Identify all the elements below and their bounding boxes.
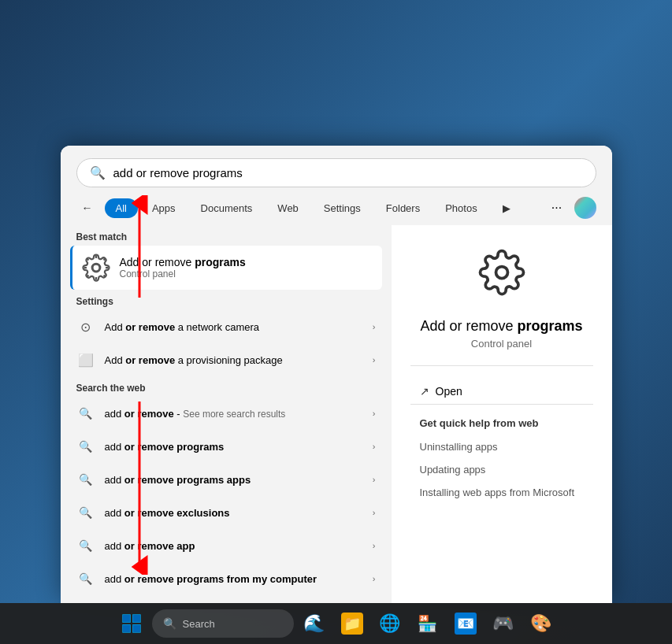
- open-icon: ↗: [420, 385, 429, 398]
- open-button[interactable]: ↗ Open: [410, 379, 593, 404]
- tab-more-arrow[interactable]: ▶: [492, 198, 522, 218]
- web-item-see-more[interactable]: 🔍 add or remove - See more search result…: [61, 397, 392, 430]
- web-item-app[interactable]: 🔍 add or remove app ›: [61, 529, 392, 562]
- web-item-programs-from-computer[interactable]: 🔍 add or remove programs from my compute…: [61, 562, 392, 595]
- quick-help-title: Get quick help from web: [410, 417, 593, 429]
- svg-rect-12: [132, 615, 139, 622]
- xbox-icon: 🎮: [492, 613, 514, 635]
- web-item-exclusions-text: add or remove exclusions: [105, 507, 363, 519]
- tab-folders[interactable]: Folders: [375, 198, 431, 218]
- more-options-button[interactable]: ···: [546, 197, 568, 219]
- search-panel: 🔍 ← All Apps Documents Web Settings Fold…: [61, 146, 612, 603]
- best-match-text: Add or remove programs Control panel: [120, 256, 246, 279]
- web-item-programs-apps[interactable]: 🔍 add or remove programs apps ›: [61, 463, 392, 496]
- right-panel-divider: [410, 365, 593, 366]
- camera-icon: ⊙: [76, 317, 95, 336]
- right-panel: Add or remove programs Control panel ↗ O…: [392, 225, 612, 603]
- taskbar-search-icon: 🔍: [163, 617, 176, 630]
- right-panel-title: Add or remove programs: [420, 318, 582, 335]
- taskbar-app-paint[interactable]: 🎨: [524, 606, 559, 641]
- mail-icon: 📧: [455, 613, 477, 635]
- taskbar-app-xbox[interactable]: 🎮: [486, 606, 521, 641]
- best-match-label: Best match: [61, 225, 392, 246]
- quick-help-updating[interactable]: Updating apps: [410, 458, 593, 481]
- web-item-exclusions[interactable]: 🔍 add or remove exclusions ›: [61, 496, 392, 529]
- bing-icon[interactable]: [574, 197, 596, 219]
- right-gear-icon: [478, 249, 525, 305]
- chevron-icon-3: ›: [373, 409, 376, 418]
- edge-icon: 🌐: [379, 613, 401, 635]
- files-icon: 📁: [341, 613, 363, 635]
- best-match-title: Add or remove programs: [120, 256, 246, 268]
- chevron-icon-5: ›: [373, 475, 376, 484]
- taskbar-search[interactable]: 🔍 Search: [152, 609, 294, 638]
- best-match-subtitle: Control panel: [120, 268, 246, 279]
- taskbar-app-store[interactable]: 🏪: [410, 606, 445, 641]
- web-section-label: Search the web: [61, 376, 392, 397]
- web-item-programs[interactable]: 🔍 add or remove programs ›: [61, 430, 392, 463]
- start-button[interactable]: [114, 606, 149, 641]
- web-item-app-text: add or remove app: [105, 540, 363, 552]
- svg-point-1: [92, 265, 99, 272]
- tab-photos[interactable]: Photos: [434, 198, 488, 218]
- taskbar-center: 🔍 Search 🌊 📁 🌐 🏪 📧 🎮 🎨: [114, 606, 559, 641]
- right-panel-divider-2: [410, 404, 593, 405]
- paint-icon: 🎨: [530, 613, 552, 635]
- web-item-programs-from-computer-text: add or remove programs from my computer: [105, 573, 363, 585]
- search-input-container: 🔍: [61, 146, 612, 194]
- taskbar: 🔍 Search 🌊 📁 🌐 🏪 📧 🎮 🎨: [0, 603, 672, 644]
- taskbar-app-mail[interactable]: 📧: [448, 606, 483, 641]
- taskbar-app-files[interactable]: 📁: [335, 606, 369, 641]
- search-icon-web-5: 🔍: [76, 536, 95, 555]
- store-icon: 🏪: [417, 613, 439, 635]
- tab-web[interactable]: Web: [266, 198, 310, 218]
- best-match-item[interactable]: Add or remove programs Control panel: [70, 246, 382, 290]
- search-icon-web-6: 🔍: [76, 569, 95, 588]
- right-panel-subtitle: Control panel: [471, 338, 532, 350]
- surf-icon: 🌊: [303, 613, 325, 635]
- taskbar-app-surf[interactable]: 🌊: [297, 606, 332, 641]
- quick-help-installing-web[interactable]: Installing web apps from Microsoft: [410, 481, 593, 504]
- chevron-icon-8: ›: [373, 574, 376, 583]
- web-item-programs-text: add or remove programs: [105, 441, 363, 453]
- svg-rect-11: [122, 615, 129, 622]
- chevron-icon-2: ›: [373, 355, 376, 365]
- search-icon-web-4: 🔍: [76, 503, 95, 522]
- chevron-icon: ›: [373, 322, 376, 331]
- search-input[interactable]: [113, 166, 583, 180]
- chevron-icon-4: ›: [373, 442, 376, 451]
- search-icon-web-3: 🔍: [76, 470, 95, 489]
- filter-tabs: ← All Apps Documents Web Settings Folder…: [61, 194, 612, 225]
- search-icon: 🔍: [90, 165, 106, 180]
- web-item-see-more-text: add or remove - See more search results: [105, 408, 363, 420]
- package-icon: ⬜: [76, 350, 95, 369]
- open-label: Open: [436, 385, 462, 398]
- search-input-box[interactable]: 🔍: [76, 158, 596, 187]
- tab-all[interactable]: All: [105, 198, 138, 218]
- tab-settings[interactable]: Settings: [313, 198, 372, 218]
- tab-apps[interactable]: Apps: [141, 198, 187, 218]
- settings-item-network-camera-text: Add or remove a network camera: [105, 321, 363, 333]
- quick-help-uninstalling[interactable]: Uninstalling apps: [410, 435, 593, 458]
- chevron-icon-6: ›: [373, 508, 376, 517]
- search-icon-web-1: 🔍: [76, 404, 95, 423]
- chevron-icon-7: ›: [373, 541, 376, 550]
- desktop: 🔍 ← All Apps Documents Web Settings Fold…: [0, 0, 672, 644]
- gear-icon: [82, 254, 110, 282]
- left-panel: Best match Add or remove programs: [61, 225, 392, 603]
- back-button[interactable]: ←: [76, 197, 98, 219]
- svg-point-2: [496, 267, 507, 279]
- svg-rect-14: [132, 625, 139, 632]
- taskbar-app-edge[interactable]: 🌐: [373, 606, 407, 641]
- settings-section-label: Settings: [61, 290, 392, 310]
- main-content: Best match Add or remove programs: [61, 225, 612, 603]
- tab-documents[interactable]: Documents: [190, 198, 264, 218]
- web-item-programs-apps-text: add or remove programs apps: [105, 474, 363, 486]
- search-icon-web-2: 🔍: [76, 437, 95, 456]
- taskbar-search-label: Search: [183, 618, 215, 630]
- svg-rect-13: [122, 625, 129, 632]
- filter-more: ···: [546, 197, 596, 219]
- settings-item-provisioning-text: Add or remove a provisioning package: [105, 354, 363, 366]
- settings-item-provisioning[interactable]: ⬜ Add or remove a provisioning package ›: [61, 343, 392, 376]
- settings-item-network-camera[interactable]: ⊙ Add or remove a network camera ›: [61, 310, 392, 343]
